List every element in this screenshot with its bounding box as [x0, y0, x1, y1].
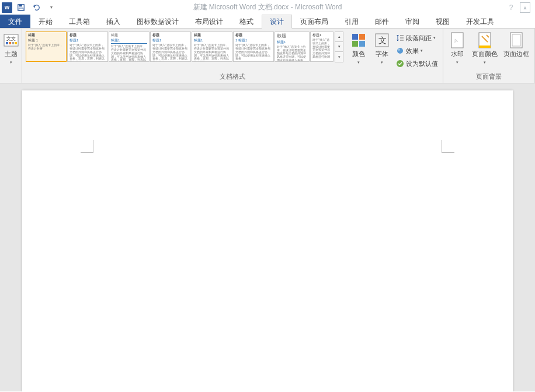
watermark-button[interactable]: A 水印▾ [446, 30, 469, 67]
svg-point-18 [397, 48, 403, 54]
developer-tab[interactable]: 开发工具 [458, 15, 502, 29]
svg-rect-5 [6, 42, 8, 44]
insert-tab[interactable]: 插入 [98, 15, 128, 29]
svg-rect-6 [9, 42, 11, 44]
style-set-item[interactable]: 标题标题 1对于"插入"选项卡上的库，在设计时将 [26, 32, 67, 62]
svg-rect-11 [352, 41, 358, 47]
svg-rect-24 [479, 46, 491, 48]
style-set-item[interactable]: 标题标题1对于"插入"选项卡上的库，在设计时需要完全预览并与文档的外观和风格进行… [67, 32, 108, 62]
style-set-item[interactable]: 标题标题1对于"插入"选项卡上的库，在设计时需要完全预览并与文档的外观和风格进行… [109, 32, 150, 62]
group-label-themes [2, 80, 19, 82]
style-set-item[interactable]: 标题标题1对于"插入"选项卡上的库，在设计时需要完全预览并与文档的外观和风格进行… [192, 32, 232, 62]
document-page[interactable] [22, 90, 513, 391]
document-area[interactable] [0, 83, 535, 391]
svg-rect-7 [12, 42, 14, 44]
svg-text:文文: 文文 [6, 36, 16, 41]
group-label-doc-formatting: 文档格式 [25, 72, 440, 82]
effects-icon [396, 47, 404, 55]
gallery-row-down-button[interactable]: ▾ [335, 42, 343, 52]
layout-design-tab[interactable]: 布局设计 [187, 15, 231, 29]
home-tab[interactable]: 开始 [30, 15, 61, 29]
svg-rect-12 [359, 41, 365, 47]
references-tab[interactable]: 引用 [336, 15, 367, 29]
gallery-row-up-button[interactable]: ▴ [335, 32, 343, 42]
undo-button[interactable] [30, 1, 43, 14]
svg-rect-9 [352, 34, 358, 40]
margin-corner-tl [81, 140, 93, 153]
svg-text:文: 文 [378, 36, 387, 45]
style-set-item[interactable]: 标题1 标题1对于"插入"选项卡上的库，在设计时需要完全预览并与文档的外观和风格… [233, 32, 274, 62]
style-set-gallery[interactable]: 标题标题 1对于"插入"选项卡上的库，在设计时将 标题标题1对于"插入"选项卡上… [25, 30, 335, 63]
save-button[interactable] [15, 1, 27, 14]
word-app-icon: W [2, 2, 12, 13]
toolbox-tab[interactable]: 工具箱 [61, 15, 98, 29]
colors-button[interactable]: 颜色▾ [347, 30, 370, 70]
margin-corner-tr [442, 140, 454, 153]
paragraph-spacing-icon [396, 34, 404, 42]
watermark-icon: A [449, 32, 466, 49]
themes-button[interactable]: 文文 主题▾ [0, 30, 23, 67]
page-color-icon [476, 32, 494, 49]
style-set-item[interactable]: 标题标题1对于"插入"选项卡上的库，在设计时需要完全预览并与文档的外观和风格进行… [275, 32, 310, 62]
fonts-icon: 文 [373, 32, 391, 49]
format-tab[interactable]: 格式 [231, 15, 262, 29]
colors-icon [350, 32, 367, 49]
view-tab[interactable]: 视图 [428, 15, 458, 29]
svg-rect-1 [19, 4, 22, 6]
review-tab[interactable]: 审阅 [397, 15, 428, 29]
fonts-button[interactable]: 文 字体▾ [370, 30, 394, 70]
mailings-tab[interactable]: 邮件 [367, 15, 397, 29]
file-tab[interactable]: 文件 [0, 15, 30, 29]
check-icon [396, 60, 404, 68]
design-tab[interactable]: 设计 [262, 15, 292, 29]
help-icon[interactable]: ? [506, 2, 516, 13]
qat-customize-button[interactable]: ▾ [45, 1, 58, 14]
effects-button[interactable]: 效果 ▾ [394, 44, 440, 57]
set-default-button[interactable]: 设为默认值 [394, 57, 440, 70]
window-title: 新建 Microsoft Word 文档.docx - Microsoft Wo… [193, 2, 342, 12]
paragraph-spacing-button[interactable]: 段落间距 ▾ [394, 32, 440, 44]
svg-rect-2 [19, 8, 23, 10]
gallery-more-button[interactable]: ▾ [335, 52, 343, 62]
page-borders-icon [508, 32, 525, 49]
page-color-button[interactable]: 页面颜色▾ [469, 30, 501, 67]
chart-data-design-tab[interactable]: 图标数据设计 [128, 15, 187, 29]
svg-rect-10 [359, 34, 365, 40]
style-set-item[interactable]: 标题标题1对于"插入"选项卡上的库，在设计时需要完全预览并与文档的外观和风格进行… [150, 32, 191, 62]
svg-rect-8 [15, 42, 17, 44]
page-borders-button[interactable]: 页面边框 [501, 30, 532, 59]
svg-point-19 [398, 48, 400, 51]
group-label-page-bg: 页面背景 [446, 72, 532, 82]
page-layout-tab[interactable]: 页面布局 [292, 15, 336, 29]
style-set-item[interactable]: 标题1对于"插入"选项卡上的库，在设计时需要完全预览并与文档的外观和风格进行协调 [310, 32, 333, 62]
ribbon-display-options-icon[interactable]: ▲ [520, 2, 530, 13]
themes-icon: 文文 [2, 32, 20, 49]
